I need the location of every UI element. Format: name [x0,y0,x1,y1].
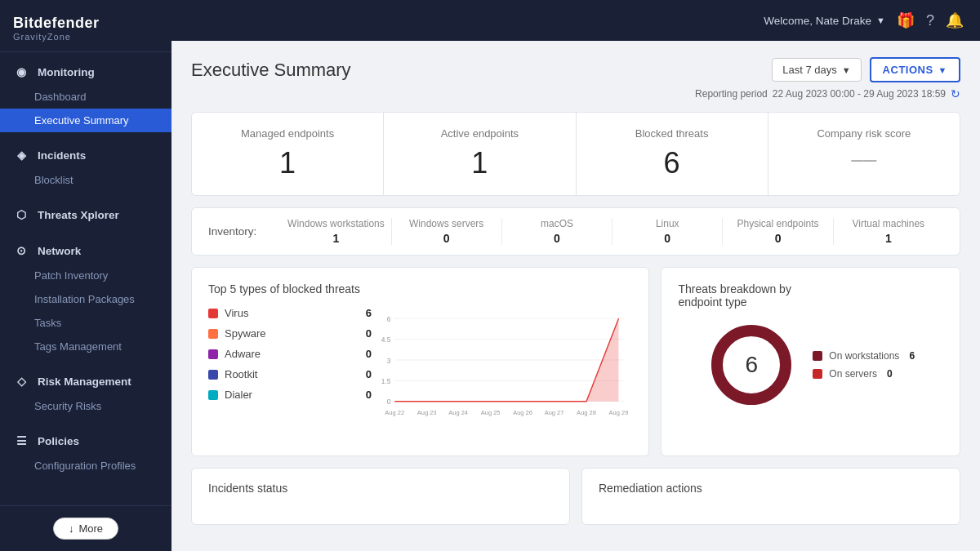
legend-workstations: On workstations 6 [813,350,915,362]
stat-managed-endpoints: Managed endpoints 1 [192,113,384,195]
spyware-dot [208,329,218,339]
risk-management-label: Risk Management [38,375,131,388]
patch-inventory-label: Patch Inventory [34,269,108,282]
sidebar-item-monitoring[interactable]: ◉ Monitoring [0,59,172,85]
dialer-name: Dialer [225,389,349,401]
donut-area: 6 On workstations 6 On servers 0 [678,320,943,410]
sidebar-item-policies[interactable]: ☰ Policies [0,428,172,454]
content-area: Executive Summary Last 7 days ▼ ACTIONS … [172,41,980,551]
inv-value: 0 [612,232,722,245]
header-actions: Last 7 days ▼ ACTIONS ▼ [772,57,960,82]
monitoring-icon: ◉ [13,65,29,78]
page-header: Executive Summary Last 7 days ▼ ACTIONS … [191,57,960,82]
installation-packages-label: Installation Packages [34,293,135,305]
inventory-label: Inventory: [208,225,256,238]
svg-text:3: 3 [387,357,391,365]
inv-windows-workstations: Windows workstations 1 [281,218,390,245]
sidebar-sub-tags-management[interactable]: Tags Management [0,335,172,358]
actions-button[interactable]: ACTIONS ▼ [870,57,960,82]
risk-icon: ◇ [13,375,29,388]
workstations-dot [813,351,822,361]
servers-dot [813,369,822,379]
reporting-range: 22 Aug 2023 00:00 - 29 Aug 2023 18:59 [773,88,946,100]
threat-adware: Adware 0 [208,348,372,360]
inv-value: 0 [392,232,501,245]
remediation-actions-title: Remediation actions [599,482,943,495]
dialer-count: 0 [355,389,372,401]
rootkit-name: Rootkit [225,368,349,380]
welcome-text: Welcome, Nate Drake [764,15,871,27]
stat-label-managed: Managed endpoints [208,127,367,140]
date-dropdown-icon: ▼ [842,65,851,75]
configuration-profiles-label: Configuration Profiles [34,460,136,472]
virus-count: 6 [355,307,372,319]
more-arrow-icon: ↓ [69,522,74,535]
policies-label: Policies [38,435,79,447]
incidents-label: Incidents [38,149,86,162]
line-chart-container: 6 4.5 3 1.5 0 Aug 22 Aug 23 [372,307,632,441]
donut-legend: On workstations 6 On servers 0 [813,350,915,380]
spyware-count: 0 [355,327,372,340]
inv-name: Virtual machines [834,218,943,229]
executive-summary-label: Executive Summary [34,114,129,127]
sidebar-sub-tasks[interactable]: Tasks [0,311,172,335]
stat-label-risk: Company risk score [785,127,943,140]
gift-icon[interactable]: 🎁 [897,11,915,29]
sidebar-sub-security-risks[interactable]: Security Risks [0,394,172,418]
sidebar-item-threats-xplorer[interactable]: ⬡ Threats Xplorer [0,202,172,228]
bottom-row: Incidents status Remediation actions [191,468,960,525]
incidents-status-card: Incidents status [191,468,570,525]
workstations-label: On workstations [829,350,899,362]
svg-text:Aug 27: Aug 27 [545,409,564,416]
sidebar-footer: ↓ More [0,505,172,551]
stat-company-risk: Company risk score –– [768,113,960,195]
page-title: Executive Summary [191,60,351,81]
threat-dialer: Dialer 0 [208,389,372,401]
tags-management-label: Tags Management [34,340,122,353]
inv-macos: macOS 0 [501,218,612,245]
stat-label-active: Active endpoints [400,127,559,140]
sidebar-sub-executive-summary[interactable]: Executive Summary [0,109,172,132]
adware-count: 0 [355,348,372,360]
inv-name: macOS [502,218,612,229]
sidebar-item-risk-management[interactable]: ◇ Risk Management [0,368,172,394]
stat-value-managed: 1 [208,146,367,180]
threats-xplorer-label: Threats Xplorer [38,209,119,221]
user-menu[interactable]: Welcome, Nate Drake ▼ [764,15,885,27]
stat-active-endpoints: Active endpoints 1 [384,113,576,195]
sidebar-sub-installation-packages[interactable]: Installation Packages [0,287,172,311]
adware-dot [208,349,218,359]
help-icon[interactable]: ? [926,12,934,29]
inv-name: Windows workstations [281,218,390,229]
refresh-icon[interactable]: ↻ [951,87,960,100]
sidebar-sub-configuration-profiles[interactable]: Configuration Profiles [0,454,172,478]
inv-value: 0 [502,232,612,245]
legend-servers: On servers 0 [813,368,915,380]
spyware-name: Spyware [225,327,349,340]
threats-chart-card: Top 5 types of blocked threats Virus 6 S… [191,267,649,456]
virus-dot [208,309,218,318]
logo-area: Bitdefender GravityZone [0,0,172,52]
app-name: Bitdefender [13,15,158,32]
charts-row: Top 5 types of blocked threats Virus 6 S… [191,267,960,456]
sidebar-item-incidents[interactable]: ◈ Incidents [0,142,172,168]
sidebar-item-network[interactable]: ⊙ Network [0,238,172,264]
svg-text:Aug 22: Aug 22 [385,409,404,416]
dialer-dot [208,390,218,400]
virus-name: Virus [225,307,349,319]
svg-text:Aug 26: Aug 26 [513,409,532,416]
rootkit-dot [208,370,218,380]
svg-text:Aug 29: Aug 29 [609,409,629,416]
more-button[interactable]: ↓ More [53,518,118,540]
incidents-icon: ◈ [13,149,29,162]
sidebar-sub-blocklist[interactable]: Blocklist [0,168,172,192]
sidebar-sub-dashboard[interactable]: Dashboard [0,85,172,109]
rootkit-count: 0 [355,368,372,380]
sidebar-sub-patch-inventory[interactable]: Patch Inventory [0,264,172,287]
date-picker[interactable]: Last 7 days ▼ [772,58,861,82]
donut-wrapper: 6 [706,320,796,410]
stat-value-blocked: 6 [593,146,751,180]
user-dropdown-icon: ▼ [876,16,885,25]
stat-value-risk: –– [785,146,943,172]
notifications-icon[interactable]: 🔔 [946,11,964,29]
